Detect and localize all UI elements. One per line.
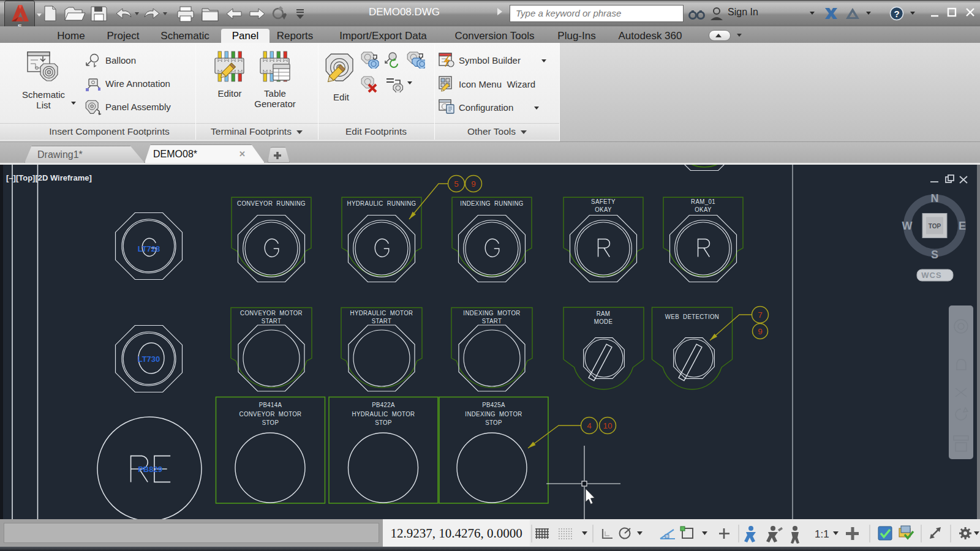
svg-text:S: S xyxy=(931,249,938,261)
svg-text:STOP: STOP xyxy=(485,419,502,426)
svg-text:WCS: WCS xyxy=(921,271,941,280)
svg-text:LT728: LT728 xyxy=(138,244,160,253)
svg-text:RAM: RAM xyxy=(597,310,611,317)
svg-text:PB414A: PB414A xyxy=(259,401,282,408)
svg-text:9: 9 xyxy=(471,179,476,189)
svg-text:7: 7 xyxy=(758,310,763,320)
svg-text:START: START xyxy=(262,317,282,324)
svg-text:CONVEYOR RUNNING: CONVEYOR RUNNING xyxy=(237,200,306,207)
svg-text:HYDRAULIC MOTOR: HYDRAULIC MOTOR xyxy=(352,410,415,418)
svg-text:INDEXING RUNNING: INDEXING RUNNING xyxy=(460,200,523,207)
svg-text:STOP: STOP xyxy=(262,419,279,426)
svg-text:PB829: PB829 xyxy=(138,465,162,474)
svg-text:N: N xyxy=(931,192,939,204)
svg-text:LT730: LT730 xyxy=(138,354,160,364)
svg-text:TOP: TOP xyxy=(929,223,941,230)
svg-text:CONVEYOR MOTOR: CONVEYOR MOTOR xyxy=(239,410,302,418)
svg-text:MODE: MODE xyxy=(594,318,612,325)
svg-text:OKAY: OKAY xyxy=(595,206,612,213)
svg-text:CONVEYOR MOTOR: CONVEYOR MOTOR xyxy=(240,309,303,317)
svg-text:INDEXING MOTOR: INDEXING MOTOR xyxy=(465,410,522,418)
svg-text:9: 9 xyxy=(758,327,763,336)
svg-text:?: ? xyxy=(894,9,899,19)
svg-text:START: START xyxy=(482,317,502,324)
svg-text:STOP: STOP xyxy=(375,419,392,426)
svg-text:WEB DETECTION: WEB DETECTION xyxy=(665,313,719,320)
svg-text:[–][Top][2D Wireframe]: [–][Top][2D Wireframe] xyxy=(6,173,92,182)
svg-text:PB425A: PB425A xyxy=(482,401,505,408)
svg-text:START: START xyxy=(372,317,392,324)
svg-text:5: 5 xyxy=(454,179,459,189)
svg-text:INDEXING MOTOR: INDEXING MOTOR xyxy=(463,309,520,317)
svg-text:10: 10 xyxy=(603,421,612,430)
svg-text:RAM_01: RAM_01 xyxy=(691,198,715,205)
svg-text:HYDRAULIC MOTOR: HYDRAULIC MOTOR xyxy=(350,309,413,317)
svg-text:OKAY: OKAY xyxy=(695,206,712,213)
svg-text:4: 4 xyxy=(587,421,592,430)
svg-text:SAFETY: SAFETY xyxy=(591,198,616,205)
svg-text:W: W xyxy=(902,220,913,232)
svg-text:E: E xyxy=(959,220,966,232)
svg-text:1:1: 1:1 xyxy=(815,528,829,540)
svg-text:HYDRAULIC RUNNING: HYDRAULIC RUNNING xyxy=(347,200,417,207)
svg-text:PB422A: PB422A xyxy=(372,401,395,408)
